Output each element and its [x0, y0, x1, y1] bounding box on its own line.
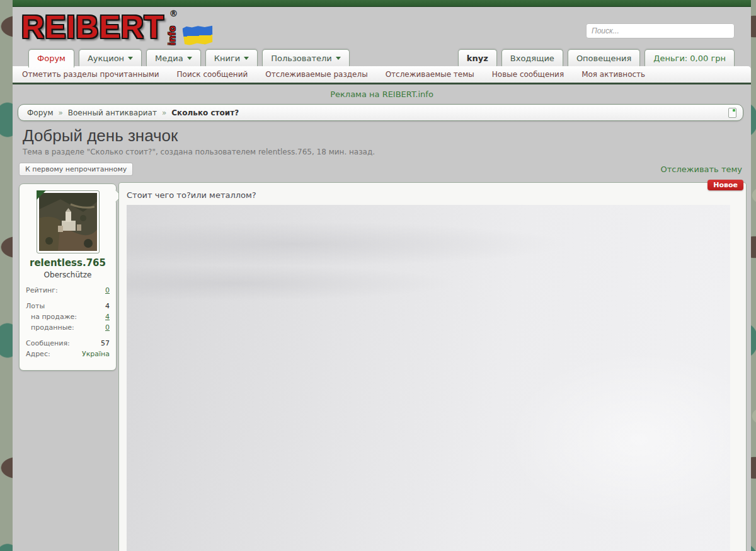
- tab-label: Оповещения: [576, 54, 631, 63]
- breadcrumb-item-forum[interactable]: Форум: [27, 108, 53, 117]
- stat-value[interactable]: 0: [105, 286, 110, 294]
- stat-value[interactable]: 4: [105, 313, 110, 321]
- stat-value[interactable]: 0: [105, 323, 110, 332]
- breadcrumb-separator: »: [162, 108, 166, 117]
- subnav-new-posts[interactable]: Новые сообщения: [492, 70, 564, 79]
- post-container: Новое Стоит чего то?или металлом?: [118, 182, 747, 551]
- tab-label: Деньги: 0,00 грн: [653, 54, 726, 63]
- tab-auction[interactable]: Аукцион: [79, 49, 142, 66]
- page-title: Добрый день значок: [23, 126, 751, 145]
- tab-media[interactable]: Медиа: [146, 49, 201, 66]
- unread-dot-icon: [733, 109, 735, 112]
- stat-lots: Лоты 4: [26, 302, 110, 310]
- site-header: REIBERT ® info: [13, 7, 751, 49]
- subnav-mark-read[interactable]: Отметить разделы прочитанными: [22, 70, 159, 79]
- post-image[interactable]: [127, 205, 730, 551]
- tab-books[interactable]: Книги: [205, 49, 258, 66]
- stat-label: на продаже:: [26, 313, 77, 321]
- nav-tabs-right: knyz Входящие Оповещения Деньги: 0,00 гр…: [458, 49, 735, 66]
- main-nav: Форум Аукцион Медиа Книги Пользователи k…: [13, 49, 751, 66]
- stat-value: 4: [105, 302, 110, 310]
- chevron-down-icon: [336, 57, 341, 60]
- tab-label: knyz: [467, 54, 488, 63]
- advert-link[interactable]: Реклама на REIBERT.info: [330, 90, 433, 99]
- first-unread-button[interactable]: К первому непрочитанному: [19, 163, 133, 176]
- user-panel: relentless.765 Oberschütze Рейтинг: 0 Ло…: [19, 183, 117, 371]
- tab-label: Пользователи: [271, 54, 332, 63]
- stat-on-sale: на продаже: 4: [26, 313, 110, 321]
- breadcrumb-separator: »: [58, 108, 62, 117]
- stat-label: Рейтинг:: [26, 286, 58, 294]
- stat-messages: Сообщения: 57: [26, 339, 110, 347]
- avatar[interactable]: [37, 190, 100, 253]
- subnav-watched-forums[interactable]: Отслеживаемые разделы: [265, 70, 367, 79]
- watch-thread-link[interactable]: Отслеживать тему: [661, 165, 743, 174]
- stat-label: проданные:: [26, 323, 74, 332]
- stat-value: 57: [101, 339, 110, 347]
- stat-address: Адрес: Україна: [26, 350, 110, 358]
- page-icon[interactable]: [728, 108, 736, 118]
- tab-inbox[interactable]: Входящие: [501, 49, 563, 66]
- stat-label: Сообщения:: [26, 339, 70, 347]
- thread-body: relentless.765 Oberschütze Рейтинг: 0 Ло…: [13, 182, 751, 551]
- tab-account[interactable]: knyz: [458, 49, 497, 66]
- subnav-bar: Отметить разделы прочитанными Поиск сооб…: [13, 66, 751, 84]
- tab-label: Аукцион: [88, 54, 124, 63]
- breadcrumb-item-category[interactable]: Военный антиквариат: [68, 108, 157, 117]
- tab-label: Входящие: [510, 54, 554, 63]
- chevron-down-icon: [187, 57, 192, 60]
- tab-alerts[interactable]: Оповещения: [568, 49, 640, 66]
- registered-mark: ®: [169, 8, 178, 18]
- tab-label: Форум: [37, 54, 66, 63]
- stat-label: Лоты: [26, 302, 45, 310]
- nav-tabs-left: Форум Аукцион Медиа Книги Пользователи: [28, 49, 350, 66]
- page-root: REIBERT ® info Форум Аукцион Медиа Книги: [13, 0, 751, 551]
- tab-label: Медиа: [155, 54, 183, 63]
- ukraine-flag-icon: [183, 25, 214, 45]
- logo-text: REIBERT: [21, 9, 164, 45]
- thread-controls: К первому непрочитанному Отслеживать тем…: [19, 163, 742, 176]
- chevron-down-icon: [128, 57, 133, 60]
- logo-info-text: info: [166, 25, 177, 45]
- thread-subtitle: Тема в разделе "Сколько стоит?", создана…: [23, 148, 751, 156]
- username-link[interactable]: relentless.765: [25, 257, 111, 269]
- top-green-bar: [13, 0, 751, 7]
- site-logo[interactable]: REIBERT ® info: [21, 9, 213, 46]
- tab-users[interactable]: Пользователи: [262, 49, 350, 66]
- stat-value[interactable]: Україна: [82, 350, 110, 358]
- breadcrumb: Форум » Военный антиквариат » Сколько ст…: [18, 104, 743, 121]
- stat-sold: проданные: 0: [26, 323, 110, 332]
- subnav-watched-threads[interactable]: Отслеживаемые темы: [386, 70, 474, 79]
- tab-label: Книги: [214, 54, 240, 63]
- user-stats: Рейтинг: 0 Лоты 4 на продаже: 4 проданны…: [25, 286, 111, 358]
- stat-label: Адрес:: [26, 350, 50, 358]
- ad-row: Реклама на REIBERT.info: [13, 84, 751, 104]
- chevron-down-icon: [244, 57, 249, 60]
- new-badge: Новое: [707, 180, 743, 190]
- online-corner-icon: [37, 190, 46, 200]
- logo-side: ® info: [165, 9, 179, 46]
- user-rank: Oberschütze: [25, 270, 111, 279]
- post-message: Стоит чего то?или металлом?: [127, 190, 740, 200]
- breadcrumb-item-current: Сколько стоит?: [171, 108, 239, 117]
- subnav-my-activity[interactable]: Моя активность: [581, 70, 645, 79]
- stat-rating: Рейтинг: 0: [26, 286, 110, 294]
- avatar-image: [39, 193, 97, 251]
- tab-money[interactable]: Деньги: 0,00 грн: [644, 49, 735, 66]
- search-input[interactable]: [586, 23, 735, 38]
- tab-forum[interactable]: Форум: [28, 49, 74, 67]
- subnav-search-posts[interactable]: Поиск сообщений: [177, 70, 248, 79]
